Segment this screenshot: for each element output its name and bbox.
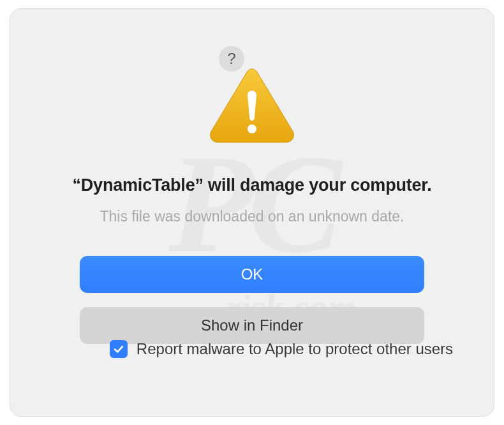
alert-title: “DynamicTable” will damage your computer… <box>73 175 432 195</box>
show-in-finder-label: Show in Finder <box>201 317 303 334</box>
show-in-finder-button[interactable]: Show in Finder <box>80 307 424 344</box>
alert-dialog: PC risk.com ? “DynamicTable” will damage… <box>10 8 494 417</box>
report-malware-label: Report malware to Apple to protect other… <box>137 340 453 358</box>
report-malware-checkbox[interactable] <box>110 340 128 358</box>
ok-button-label: OK <box>241 265 263 283</box>
ok-button[interactable]: OK <box>80 256 424 293</box>
alert-subtitle: This file was downloaded on an unknown d… <box>100 208 404 225</box>
svg-point-0 <box>248 124 256 133</box>
warning-icon <box>207 65 297 145</box>
checkmark-icon <box>112 343 125 355</box>
report-malware-row: Report malware to Apple to protect other… <box>110 340 453 358</box>
